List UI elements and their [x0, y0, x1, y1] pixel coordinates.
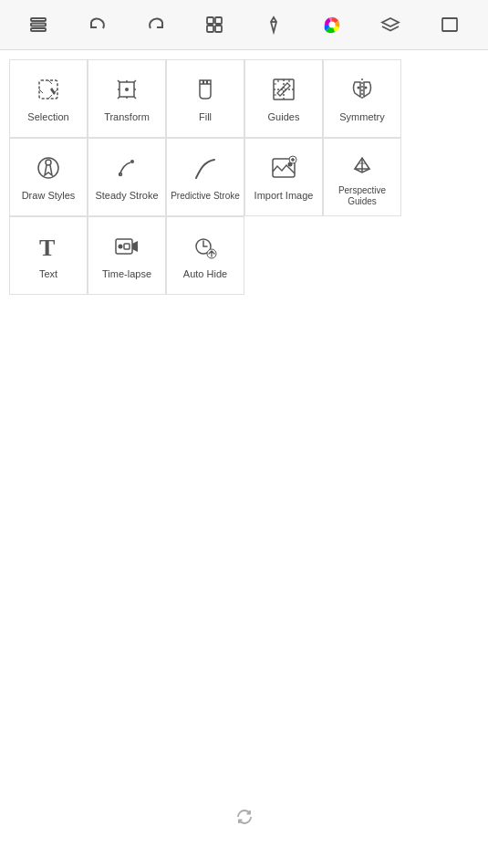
svg-rect-0 [31, 18, 46, 21]
auto-hide-icon [189, 230, 222, 263]
pen-icon[interactable] [254, 5, 293, 44]
fill-label: Fill [199, 111, 212, 123]
selection-icon [32, 73, 65, 106]
svg-rect-14 [202, 80, 204, 84]
tools-grid: Selection Transform Fill [0, 50, 488, 295]
transform-icon [110, 73, 143, 106]
svg-point-24 [130, 160, 134, 163]
svg-point-12 [125, 88, 129, 91]
transform-tool[interactable]: Transform [88, 59, 166, 138]
svg-rect-37 [124, 244, 130, 249]
fill-icon [189, 73, 222, 106]
import-image-label: Import Image [254, 190, 314, 202]
steady-stroke-tool[interactable]: Steady Stroke [88, 138, 166, 216]
text-label: Text [39, 268, 57, 280]
svg-rect-6 [215, 26, 222, 32]
text-icon: T [32, 230, 65, 263]
svg-rect-10 [442, 18, 457, 31]
time-lapse-icon [110, 230, 143, 263]
symmetry-tool[interactable]: Symmetry [323, 59, 401, 138]
auto-hide-tool[interactable]: Auto Hide [166, 216, 244, 295]
time-lapse-tool[interactable]: Time-lapse [88, 216, 166, 295]
symmetry-label: Symmetry [339, 111, 385, 123]
sync-icon [234, 807, 254, 831]
svg-rect-1 [31, 24, 46, 26]
svg-point-20 [358, 87, 360, 89]
auto-hide-label: Auto Hide [183, 268, 227, 280]
fill-tool[interactable]: Fill [166, 59, 244, 138]
svg-point-8 [329, 22, 336, 28]
draw-styles-icon [32, 152, 65, 184]
redo-icon[interactable] [137, 5, 175, 44]
selection-label: Selection [27, 111, 68, 123]
import-image-icon [267, 152, 300, 184]
guides-tool[interactable]: Guides [244, 59, 323, 138]
color-wheel-icon[interactable] [313, 5, 351, 44]
guides-icon [267, 73, 300, 106]
svg-marker-9 [382, 18, 399, 26]
svg-text:T: T [39, 235, 55, 261]
perspective-guides-label: Perspective Guides [324, 185, 400, 207]
grid-icon[interactable] [195, 5, 234, 44]
guides-label: Guides [268, 111, 300, 123]
svg-rect-2 [31, 28, 46, 31]
svg-rect-4 [215, 17, 222, 24]
import-image-tool[interactable]: Import Image [244, 138, 323, 216]
steady-stroke-label: Steady Stroke [95, 190, 158, 202]
list-icon[interactable] [19, 5, 57, 44]
perspective-guides-icon [346, 147, 379, 180]
svg-line-32 [366, 163, 369, 169]
text-tool[interactable]: T Text [9, 216, 88, 295]
symmetry-icon [346, 73, 379, 106]
draw-styles-label: Draw Styles [22, 190, 76, 202]
svg-rect-15 [206, 80, 208, 84]
predictive-stroke-icon [189, 152, 222, 185]
svg-rect-5 [207, 26, 213, 32]
toolbar [0, 0, 488, 50]
predictive-stroke-tool[interactable]: Predictive Stroke [166, 138, 244, 216]
transform-label: Transform [104, 111, 150, 123]
selection-tool[interactable]: Selection [9, 59, 88, 138]
draw-styles-tool[interactable]: Draw Styles [9, 138, 88, 216]
time-lapse-label: Time-lapse [102, 268, 151, 280]
perspective-guides-tool[interactable]: Perspective Guides [323, 138, 401, 216]
svg-point-23 [46, 160, 51, 165]
steady-stroke-icon [110, 152, 143, 184]
svg-point-21 [365, 87, 368, 89]
predictive-stroke-label: Predictive Stroke [171, 191, 240, 202]
svg-rect-16 [274, 79, 294, 99]
svg-point-22 [38, 158, 58, 178]
canvas-icon[interactable] [431, 5, 469, 44]
svg-point-36 [119, 245, 123, 249]
layers-icon[interactable] [371, 5, 410, 44]
svg-rect-11 [39, 80, 57, 99]
svg-line-31 [355, 163, 358, 169]
undo-icon[interactable] [78, 5, 117, 44]
svg-rect-3 [207, 17, 213, 24]
